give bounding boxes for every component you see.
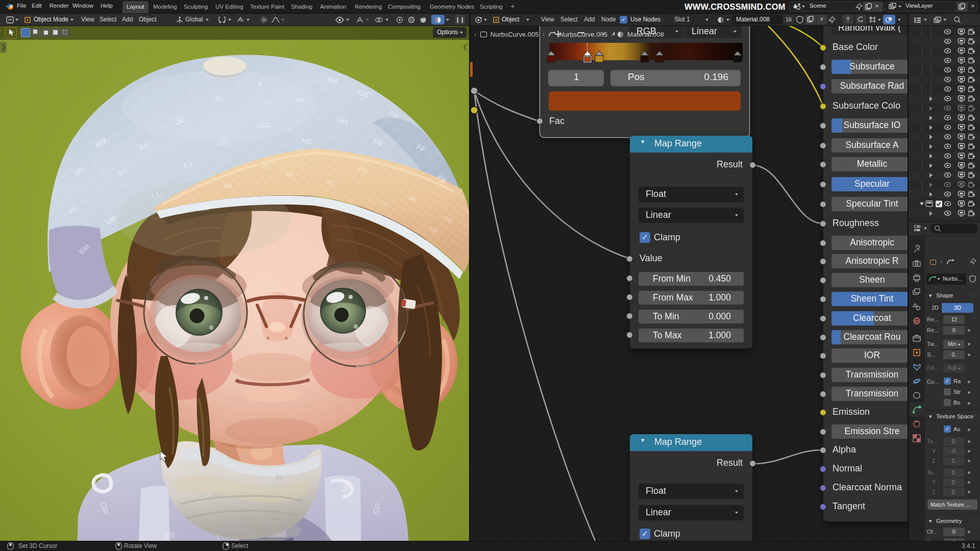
- svg-text:IC: IC: [263, 162, 271, 170]
- svg-text:JL: JL: [213, 94, 223, 104]
- svg-text:55: 55: [214, 491, 222, 499]
- svg-text:II: II: [258, 80, 262, 88]
- svg-text:BB: BB: [286, 171, 295, 178]
- svg-text:CC: CC: [260, 121, 271, 129]
- svg-text:HI: HI: [296, 95, 304, 105]
- svg-text:JJ: JJ: [219, 138, 228, 147]
- svg-text:WH: WH: [255, 507, 266, 514]
- svg-text:KCMR: KCMR: [239, 197, 258, 204]
- svg-text:88: 88: [276, 473, 283, 481]
- svg-text:03: 03: [240, 453, 247, 461]
- svg-text:SS: SS: [163, 531, 175, 540]
- svg-text:KI: KI: [224, 182, 232, 190]
